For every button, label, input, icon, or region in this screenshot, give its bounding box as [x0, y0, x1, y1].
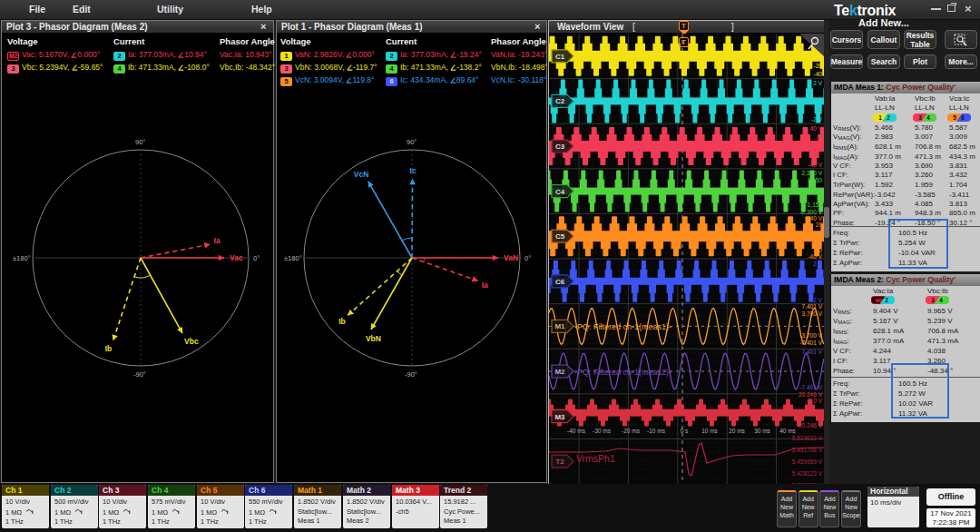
svg-text:C6: C6 [555, 278, 565, 286]
svg-text:-90°: -90° [133, 370, 146, 379]
svg-text:-20: -20 [814, 63, 823, 69]
svg-text:40 ms: 40 ms [779, 428, 796, 434]
svg-text:M1: M1 [554, 322, 565, 330]
svg-text:VbN: VbN [366, 334, 381, 343]
svg-text:Ib: Ib [338, 317, 346, 326]
svg-text:Ia: Ia [214, 236, 220, 245]
svg-text:±180°: ±180° [13, 254, 31, 262]
svg-text:5: 5 [953, 114, 956, 121]
svg-text:VrmsPh1: VrmsPh1 [576, 453, 615, 464]
svg-text:Vbc: Vbc [184, 337, 199, 346]
svg-text:5.428123 V: 5.428123 V [792, 470, 823, 477]
svg-text:5.459959 V: 5.459959 V [792, 458, 823, 465]
svg-text:10 V: 10 V [810, 398, 823, 404]
svg-text:90°: 90° [135, 138, 145, 146]
svg-text:Ic: Ic [410, 166, 416, 175]
svg-text:-10 ms: -10 ms [647, 428, 666, 434]
svg-text:-90°: -90° [405, 370, 417, 379]
svg-text:20.246 V: 20.246 V [799, 391, 823, 398]
svg-text:7.401 V: 7.401 V [802, 349, 823, 355]
svg-text:10 ms: 10 ms [701, 428, 718, 434]
svg-text:Ia: Ia [482, 281, 488, 290]
svg-text:7.401 V: 7.401 V [802, 303, 823, 310]
svg-text:-PQ: Filtered ch-1(meas1)-: -PQ: Filtered ch-1(meas1)- [574, 322, 671, 331]
svg-text:VcN: VcN [354, 170, 369, 179]
svg-text:30 ms: 30 ms [754, 428, 770, 434]
svg-text:40 V: 40 V [810, 125, 823, 132]
svg-text:0°: 0° [524, 254, 531, 262]
svg-text:-3.700 V: -3.700 V [799, 332, 822, 339]
svg-text:-7.401 V: -7.401 V [799, 384, 822, 390]
svg-text:-7.401 V: -7.401 V [799, 340, 822, 346]
svg-text:20: 20 [816, 222, 823, 228]
svg-text:-2,300 V: -2,300 V [799, 209, 822, 215]
svg-text:5.523632 V: 5.523632 V [792, 435, 823, 441]
svg-text:M2: M2 [554, 368, 565, 376]
svg-text:2: 2 [887, 114, 890, 121]
svg-text:0°: 0° [253, 254, 260, 262]
svg-text:6: 6 [961, 114, 965, 121]
svg-text:-1,150: -1,150 [806, 202, 823, 208]
svg-text:Vac: Vac [230, 253, 243, 262]
svg-text:M2: M2 [876, 298, 882, 303]
svg-text:1,150: 1,150 [808, 177, 823, 183]
svg-text:3: 3 [918, 114, 922, 121]
svg-text:0 s: 0 s [681, 428, 689, 434]
svg-text:2: 2 [885, 297, 888, 303]
svg-text:3.700 V: 3.700 V [802, 310, 823, 317]
svg-text:4: 4 [926, 114, 930, 121]
svg-text:-40 V: -40 V [808, 162, 822, 168]
svg-text:-20: -20 [814, 247, 823, 253]
svg-text:C1: C1 [555, 53, 565, 61]
svg-text:C3: C3 [555, 143, 565, 151]
svg-text:VaN: VaN [504, 253, 518, 262]
svg-text:-20.246 V: -20.246 V [797, 422, 823, 429]
svg-text:2 V: 2 V [813, 261, 822, 267]
svg-text:-40: -40 [814, 71, 823, 77]
svg-text:C4: C4 [555, 188, 565, 196]
svg-text:2 V: 2 V [813, 80, 822, 86]
svg-text:-PQ: Filtered ch-1(meas2)-: -PQ: Filtered ch-1(meas2)- [574, 368, 671, 377]
svg-text:C2: C2 [555, 97, 565, 105]
svg-text:-2 V: -2 V [811, 297, 823, 303]
svg-text:2,300 V: 2,300 V [802, 170, 823, 176]
svg-text:-30 ms: -30 ms [593, 428, 612, 434]
svg-text:-2 V: -2 V [811, 116, 823, 123]
svg-text:5.491796 V: 5.491796 V [792, 447, 823, 453]
svg-text:-40 ms: -40 ms [567, 428, 586, 434]
svg-text:90°: 90° [407, 138, 416, 146]
svg-text:40 V: 40 V [810, 215, 823, 222]
svg-text:3: 3 [931, 297, 935, 303]
svg-text:20 ms: 20 ms [729, 428, 745, 434]
svg-text:C5: C5 [555, 232, 565, 241]
svg-text:T2: T2 [555, 458, 564, 466]
svg-text:-40 V: -40 V [808, 253, 822, 260]
svg-text:1: 1 [878, 114, 882, 121]
svg-text:Ib: Ib [105, 344, 113, 353]
svg-text:±180°: ±180° [284, 254, 302, 262]
svg-text:-20 ms: -20 ms [622, 428, 641, 434]
svg-text:4: 4 [939, 297, 943, 303]
svg-text:M3: M3 [554, 413, 565, 421]
